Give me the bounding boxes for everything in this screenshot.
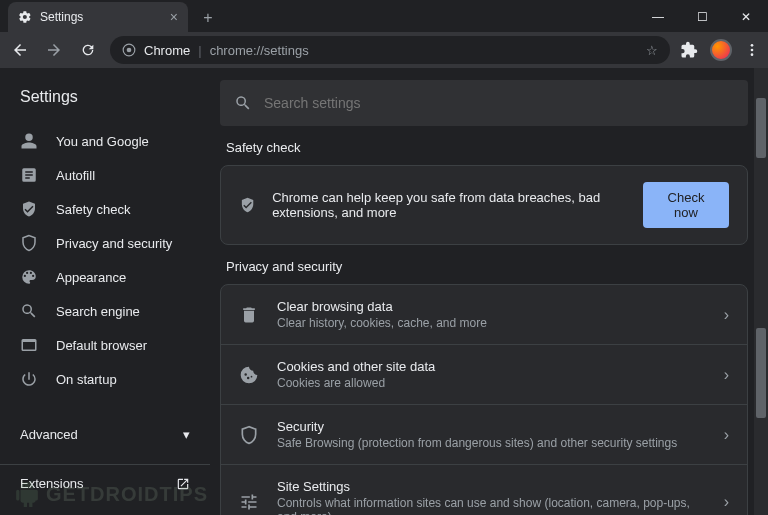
search-input[interactable] (264, 95, 734, 111)
section-safety-check-title: Safety check (226, 140, 748, 155)
sidebar-item-label: Appearance (56, 270, 126, 285)
sidebar-item-privacy[interactable]: Privacy and security (0, 226, 210, 260)
browser-tab[interactable]: Settings × (8, 2, 188, 32)
shield-check-icon (239, 194, 256, 216)
scrollbar-thumb-top[interactable] (756, 98, 766, 158)
sidebar-about-link[interactable]: About Chrome (0, 502, 210, 515)
settings-sidebar: Settings You and Google Autofill Safety … (0, 68, 210, 515)
chevron-right-icon: › (724, 306, 729, 324)
sidebar-item-search-engine[interactable]: Search engine (0, 294, 210, 328)
sidebar-item-label: Privacy and security (56, 236, 172, 251)
row-subtitle: Safe Browsing (protection from dangerous… (277, 436, 706, 450)
safety-check-text: Chrome can help keep you safe from data … (272, 190, 627, 220)
star-icon[interactable]: ☆ (646, 43, 658, 58)
sidebar-item-label: On startup (56, 372, 117, 387)
check-now-button[interactable]: Check now (643, 182, 729, 228)
row-title: Clear browsing data (277, 299, 706, 314)
new-tab-button[interactable]: + (194, 4, 222, 32)
scrollbar-thumb-bottom[interactable] (756, 328, 766, 418)
row-subtitle: Controls what information sites can use … (277, 496, 706, 515)
gear-icon (18, 10, 32, 24)
svg-point-1 (127, 48, 132, 53)
sidebar-item-autofill[interactable]: Autofill (0, 158, 210, 192)
safety-check-card: Chrome can help keep you safe from data … (220, 165, 748, 245)
advanced-label: Advanced (20, 427, 78, 442)
row-subtitle: Cookies are allowed (277, 376, 706, 390)
sidebar-item-on-startup[interactable]: On startup (0, 362, 210, 396)
profile-avatar[interactable] (710, 39, 732, 61)
row-title: Security (277, 419, 706, 434)
address-bar[interactable]: Chrome | chrome://settings ☆ (110, 36, 670, 64)
extensions-label: Extensions (20, 476, 84, 491)
menu-icon[interactable] (744, 42, 760, 58)
tab-close-icon[interactable]: × (170, 9, 178, 25)
row-subtitle: Clear history, cookies, cache, and more (277, 316, 706, 330)
window-close-button[interactable]: ✕ (724, 2, 768, 32)
shield-icon (239, 425, 259, 445)
omnibox-url: chrome://settings (210, 43, 309, 58)
window-titlebar: Settings × + — ☐ ✕ (0, 0, 768, 32)
chrome-icon (122, 43, 136, 57)
row-title: Cookies and other site data (277, 359, 706, 374)
sidebar-item-label: Search engine (56, 304, 140, 319)
sliders-icon (239, 492, 259, 512)
trash-icon (239, 305, 259, 325)
back-button[interactable] (8, 38, 32, 62)
extensions-icon[interactable] (680, 41, 698, 59)
chevron-right-icon: › (724, 366, 729, 384)
sidebar-item-default-browser[interactable]: Default browser (0, 328, 210, 362)
section-privacy-title: Privacy and security (226, 259, 748, 274)
search-settings-bar[interactable] (220, 80, 748, 126)
chevron-right-icon: › (724, 426, 729, 444)
privacy-card: Clear browsing dataClear history, cookie… (220, 284, 748, 515)
sidebar-item-label: You and Google (56, 134, 149, 149)
chevron-right-icon: › (724, 493, 729, 511)
row-title: Site Settings (277, 479, 706, 494)
row-site-settings[interactable]: Site SettingsControls what information s… (221, 464, 747, 515)
forward-button[interactable] (42, 38, 66, 62)
settings-main: Safety check Chrome can help keep you sa… (210, 68, 768, 515)
sidebar-item-you-and-google[interactable]: You and Google (0, 124, 210, 158)
omnibox-scheme: Chrome (144, 43, 190, 58)
row-cookies[interactable]: Cookies and other site dataCookies are a… (221, 344, 747, 404)
external-link-icon (176, 477, 190, 491)
sidebar-advanced-toggle[interactable]: Advanced▾ (0, 414, 210, 454)
omnibox-separator: | (198, 43, 201, 58)
cookie-icon (239, 365, 259, 385)
sidebar-item-safety-check[interactable]: Safety check (0, 192, 210, 226)
svg-point-4 (751, 53, 754, 56)
sidebar-item-label: Safety check (56, 202, 130, 217)
sidebar-extensions-link[interactable]: Extensions (0, 464, 210, 502)
browser-toolbar: Chrome | chrome://settings ☆ (0, 32, 768, 68)
chevron-down-icon: ▾ (183, 427, 190, 442)
sidebar-item-appearance[interactable]: Appearance (0, 260, 210, 294)
page-title: Settings (0, 80, 210, 124)
window-maximize-button[interactable]: ☐ (680, 2, 724, 32)
scrollbar-track[interactable] (754, 68, 768, 515)
svg-point-2 (751, 44, 754, 47)
reload-button[interactable] (76, 38, 100, 62)
search-icon (234, 94, 252, 112)
window-minimize-button[interactable]: — (636, 2, 680, 32)
sidebar-item-label: Default browser (56, 338, 147, 353)
sidebar-item-label: Autofill (56, 168, 95, 183)
tab-title: Settings (40, 10, 83, 24)
row-clear-browsing-data[interactable]: Clear browsing dataClear history, cookie… (221, 285, 747, 344)
row-security[interactable]: SecuritySafe Browsing (protection from d… (221, 404, 747, 464)
svg-point-3 (751, 49, 754, 52)
